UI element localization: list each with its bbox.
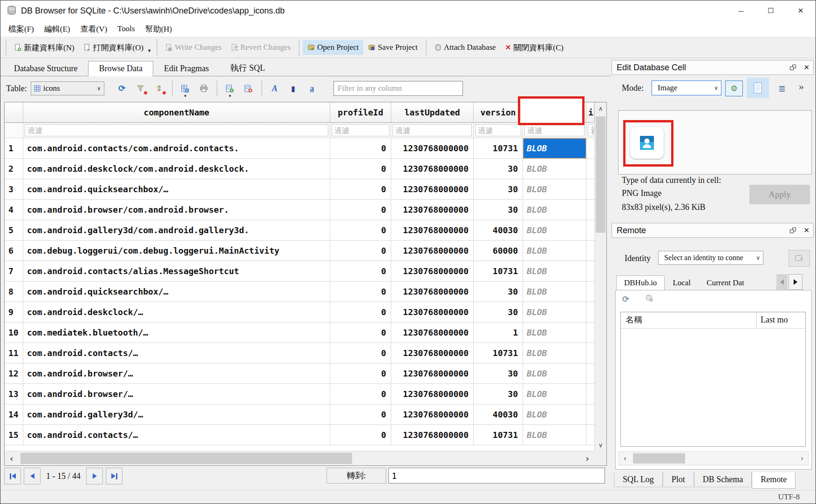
filter-input-lastUpdated[interactable]: 過濾: [393, 124, 472, 136]
cell-componentName[interactable]: com.android.quicksearchbox/…: [23, 282, 330, 302]
cell-version[interactable]: 30: [474, 302, 523, 323]
row-number[interactable]: 6: [5, 241, 23, 261]
cell-icon[interactable]: BLOB: [523, 363, 586, 384]
filter-input-partial[interactable]: 過濾: [588, 124, 593, 136]
cell-partial[interactable]: [586, 363, 594, 384]
cell-componentName[interactable]: com.android.contacts/…: [23, 343, 330, 363]
cell-lastUpdated[interactable]: 1230768000000: [391, 220, 474, 241]
cell-version[interactable]: 30: [474, 159, 523, 179]
blob-edit-button[interactable]: ▮: [284, 81, 303, 96]
cell-version[interactable]: 10731: [474, 425, 523, 445]
cell-version[interactable]: 40030: [474, 220, 523, 241]
tab-current-database[interactable]: Current Dat: [699, 276, 752, 290]
scroll-right-icon[interactable]: ›: [580, 451, 594, 465]
cell-profileId[interactable]: 0: [330, 302, 391, 323]
new-database-button[interactable]: 新建資料庫(N): [10, 40, 79, 56]
tab-remote[interactable]: Remote: [752, 472, 796, 489]
attach-database-button[interactable]: Attach Database: [430, 40, 501, 55]
cell-version[interactable]: 30: [474, 384, 523, 404]
cell-profileId[interactable]: 0: [330, 384, 391, 404]
tab-local[interactable]: Local: [665, 276, 699, 290]
close-button[interactable]: ✕: [786, 0, 816, 21]
identity-select[interactable]: Select an identity to conne ∨: [658, 251, 763, 265]
delete-record-button[interactable]: [239, 81, 258, 96]
tab-edit-pragmas[interactable]: Edit Pragmas: [153, 61, 220, 76]
cell-partial[interactable]: [586, 138, 594, 159]
cell-profileId[interactable]: 0: [330, 343, 391, 363]
scroll-up-icon[interactable]: ∧: [595, 102, 606, 114]
cell-icon[interactable]: BLOB: [523, 384, 586, 404]
cell-icon[interactable]: BLOB: [523, 282, 586, 302]
cell-partial[interactable]: [586, 425, 594, 445]
text-mode-button[interactable]: [747, 78, 769, 98]
close-panel-icon[interactable]: ✕: [803, 226, 809, 235]
cell-profileId[interactable]: 0: [330, 363, 391, 384]
cell-partial[interactable]: [586, 261, 594, 282]
column-name-header[interactable]: 名稱: [621, 312, 757, 328]
filter-cell-componentName[interactable]: 過濾: [23, 123, 330, 138]
filter-cell-partial[interactable]: 過濾: [586, 123, 594, 138]
cell-componentName[interactable]: com.android.browser/com.android.browser.: [23, 200, 330, 220]
cell-componentName[interactable]: com.android.browser/…: [23, 384, 330, 404]
cell-version[interactable]: 10731: [474, 343, 523, 363]
cell-version[interactable]: 10731: [474, 138, 523, 159]
cell-componentName[interactable]: com.android.contacts/com.android.contact…: [23, 138, 330, 159]
write-changes-button[interactable]: Write Changes: [161, 40, 226, 55]
table-select[interactable]: icons ∨: [31, 81, 104, 95]
cell-componentName[interactable]: com.android.gallery3d/com.android.galler…: [23, 220, 330, 241]
menu-file[interactable]: 檔案(F): [3, 24, 39, 34]
filter-cell-lastUpdated[interactable]: 過濾: [391, 123, 474, 138]
print-button[interactable]: [195, 81, 213, 96]
cell-componentName[interactable]: com.android.contacts/alias.MessageShortc…: [23, 261, 330, 282]
goto-button[interactable]: 轉到:: [326, 468, 386, 484]
maximize-button[interactable]: ☐: [756, 0, 786, 21]
minimize-button[interactable]: ─: [726, 0, 756, 21]
row-number[interactable]: 12: [5, 363, 23, 384]
apply-button[interactable]: Apply: [749, 185, 810, 204]
cell-partial[interactable]: [586, 302, 594, 323]
cell-componentName[interactable]: com.android.quicksearchbox/…: [23, 179, 330, 200]
word-wrap-button[interactable]: ≣: [774, 82, 790, 94]
filter-input-icon[interactable]: 過濾: [524, 124, 585, 136]
cell-partial[interactable]: [586, 404, 594, 425]
cell-lastUpdated[interactable]: 1230768000000: [391, 138, 474, 159]
cell-profileId[interactable]: 0: [330, 425, 391, 445]
next-record-button[interactable]: [86, 468, 103, 484]
row-number[interactable]: 4: [5, 200, 23, 220]
remote-refresh-button[interactable]: ⟳: [622, 294, 629, 304]
cell-icon[interactable]: BLOB: [523, 404, 586, 425]
cell-version[interactable]: 1: [474, 323, 523, 343]
column-last-modified-header[interactable]: Last mo: [757, 312, 805, 328]
cell-icon[interactable]: BLOB: [523, 343, 586, 363]
cell-componentName[interactable]: com.debug.loggerui/com.debug.loggerui.Ma…: [23, 241, 330, 261]
cell-lastUpdated[interactable]: 1230768000000: [391, 302, 474, 323]
open-database-dropdown-icon[interactable]: ▼: [147, 48, 151, 53]
cell-lastUpdated[interactable]: 1230768000000: [391, 404, 474, 425]
column-header-componentName[interactable]: componentName: [23, 102, 330, 123]
tab-sql-log[interactable]: SQL Log: [614, 472, 663, 487]
cell-partial[interactable]: [586, 343, 594, 363]
row-number[interactable]: 5: [5, 220, 23, 241]
cell-partial[interactable]: [586, 323, 594, 343]
row-number[interactable]: 13: [5, 384, 23, 404]
column-header-icon[interactable]: icon: [523, 102, 586, 123]
scroll-left-icon[interactable]: ‹: [619, 452, 631, 465]
cell-partial[interactable]: [586, 282, 594, 302]
clear-sort-button[interactable]: ⇕: [150, 81, 169, 96]
cell-componentName[interactable]: com.android.contacts/…: [23, 425, 330, 445]
cell-icon[interactable]: BLOB: [523, 179, 586, 200]
cell-lastUpdated[interactable]: 1230768000000: [391, 241, 474, 261]
cell-version[interactable]: 60000: [474, 241, 523, 261]
cell-partial[interactable]: [586, 241, 594, 261]
mode-select[interactable]: Image ∨: [652, 81, 721, 95]
cell-componentName[interactable]: com.android.deskclock/…: [23, 302, 330, 323]
column-header-profileId[interactable]: profileId: [330, 102, 391, 123]
cell-icon[interactable]: BLOB: [523, 302, 586, 323]
font-button[interactable]: A: [265, 81, 284, 96]
cell-icon[interactable]: BLOB: [523, 159, 586, 179]
column-header-partial[interactable]: ic: [586, 102, 594, 123]
horizontal-scrollbar[interactable]: ‹ ›: [5, 451, 606, 465]
cell-componentName[interactable]: com.android.gallery3d/…: [23, 404, 330, 425]
menu-help[interactable]: 幫助(H): [140, 24, 177, 34]
cell-version[interactable]: 30: [474, 363, 523, 384]
